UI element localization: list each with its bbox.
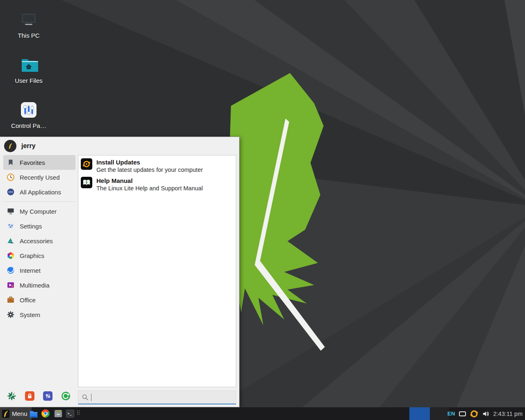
help-manual-icon: [81, 177, 92, 188]
sidebar-item-label: Multimedia: [20, 282, 50, 289]
settings-manager-button[interactable]: [7, 391, 16, 401]
svg-text:>_: >_: [68, 411, 72, 415]
chrome-launcher[interactable]: [41, 409, 50, 418]
color-flower-icon: [6, 251, 15, 260]
lock-screen-icon: [25, 391, 34, 401]
linux-lite-feather-icon: [2, 410, 9, 418]
search-input[interactable]: [91, 394, 233, 401]
control-panel-icon: [19, 100, 39, 120]
sidebar-item-office[interactable]: Office: [3, 292, 75, 307]
all-apps-dots-icon: [6, 187, 15, 196]
terminal-launcher[interactable]: >_: [66, 409, 74, 418]
clock-icon: [6, 173, 15, 182]
volume-icon[interactable]: [482, 411, 490, 417]
install-updates-icon: [81, 158, 92, 170]
sliders-icon: [6, 221, 15, 231]
keyboard-layout-indicator[interactable]: EN: [447, 411, 455, 417]
sidebar-item-label: My Computer: [20, 208, 57, 215]
menu-action-bar: [7, 391, 71, 401]
menu-results-pane: Install Updates Get the latest updates f…: [78, 155, 236, 387]
sidebar-item-label: System: [20, 311, 40, 318]
menu-sidebar: Favorites Recently Used All: [3, 155, 75, 322]
gear-icon: [6, 310, 15, 319]
accessories-knife-icon: [6, 236, 15, 245]
desktop-icon-label: Control Pa…: [5, 122, 52, 129]
update-notifier-icon[interactable]: [470, 409, 479, 418]
desktop-icon-label: This PC: [5, 32, 52, 39]
sidebar-item-recently-used[interactable]: Recently Used: [3, 170, 75, 185]
desktop-icon-this-pc[interactable]: This PC: [5, 10, 52, 39]
display-icon[interactable]: [459, 411, 466, 416]
archive-manager-icon: [54, 409, 63, 418]
panel-handle-icon[interactable]: [77, 411, 80, 417]
sidebar-item-label: Settings: [20, 223, 42, 230]
menu-item-subtitle: The Linux Lite Help and Support Manual: [96, 185, 203, 192]
system-tray: EN 2:43:11 pm: [447, 407, 523, 420]
taskbar: Menu >_ EN: [0, 407, 525, 420]
user-files-folder-icon: [19, 55, 39, 75]
sidebar-item-label: Graphics: [20, 252, 44, 259]
sidebar-item-settings[interactable]: Settings: [3, 219, 75, 233]
menu-item-title: Install Updates: [96, 158, 203, 166]
computer-icon: [6, 207, 15, 216]
sidebar-item-favorites[interactable]: Favorites: [3, 155, 75, 170]
terminal-icon: >_: [66, 409, 75, 418]
switch-user-icon: [43, 391, 52, 401]
sidebar-item-label: Office: [20, 297, 36, 304]
bookmark-icon: [6, 158, 15, 167]
taskbar-clock: 2:43:11 pm: [493, 411, 523, 417]
media-play-icon: [6, 281, 15, 290]
sidebar-item-internet[interactable]: Internet: [3, 263, 75, 278]
settings-manager-icon: [7, 391, 16, 401]
desktop-icon-user-files[interactable]: User Files: [5, 55, 52, 84]
lock-screen-button[interactable]: [25, 391, 34, 401]
sidebar-item-label: Recently Used: [20, 174, 60, 181]
sidebar-item-my-computer[interactable]: My Computer: [3, 204, 75, 219]
briefcase-icon: [6, 295, 15, 304]
file-manager-icon: [29, 409, 38, 418]
sidebar-item-label: All Applications: [20, 189, 61, 196]
log-out-icon: [61, 391, 71, 401]
sidebar-item-graphics[interactable]: Graphics: [3, 248, 75, 263]
menu-item-title: Help Manual: [96, 177, 203, 185]
log-out-button[interactable]: [61, 391, 71, 401]
globe-browser-icon: [6, 266, 15, 275]
desktop-icon-control-panel[interactable]: Control Pa…: [5, 100, 52, 129]
sidebar-separator: [3, 201, 75, 202]
menu-item-install-updates[interactable]: Install Updates Get the latest updates f…: [81, 158, 233, 174]
menu-item-subtitle: Get the latest updates for your computer: [96, 166, 203, 174]
sidebar-item-system[interactable]: System: [3, 307, 75, 322]
archive-manager-launcher[interactable]: [54, 409, 62, 418]
sidebar-item-label: Accessories: [20, 237, 53, 244]
workspace-switcher: [409, 407, 449, 420]
taskbar-menu-button[interactable]: Menu: [0, 407, 32, 420]
linux-lite-feather-icon: [7, 142, 14, 150]
this-pc-icon: [19, 10, 39, 30]
menu-header: jerry: [0, 137, 239, 155]
sidebar-item-accessories[interactable]: Accessories: [3, 233, 75, 248]
workspace-1-active[interactable]: [409, 407, 430, 420]
search-icon: [82, 394, 89, 401]
switch-user-button[interactable]: [43, 391, 52, 401]
sidebar-item-label: Internet: [20, 267, 41, 274]
sidebar-item-label: Favorites: [20, 159, 45, 166]
user-avatar[interactable]: [4, 140, 16, 152]
sidebar-item-multimedia[interactable]: Multimedia: [3, 278, 75, 292]
whisker-menu: jerry Favorites Recently Used: [0, 137, 240, 407]
desktop-icon-label: User Files: [5, 77, 52, 84]
menu-search-box[interactable]: [78, 390, 236, 404]
menu-user-name: jerry: [21, 142, 36, 150]
sidebar-item-all-applications[interactable]: All Applications: [3, 185, 75, 199]
menu-item-help-manual[interactable]: Help Manual The Linux Lite Help and Supp…: [81, 177, 233, 192]
file-manager-launcher[interactable]: [29, 409, 38, 418]
menu-button-label: Menu: [12, 410, 27, 417]
workspace-2[interactable]: [430, 407, 449, 420]
chrome-icon: [41, 409, 50, 418]
